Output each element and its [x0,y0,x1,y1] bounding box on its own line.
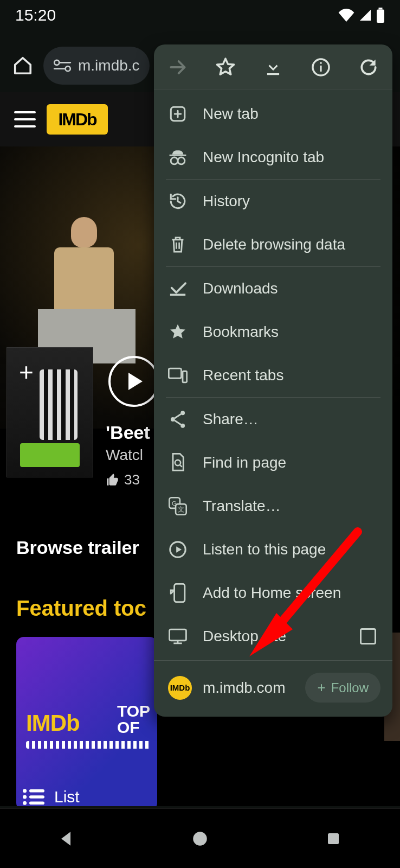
menu-item-label: Add to Home screen [203,584,378,602]
svg-rect-7 [29,789,44,793]
hero-like-count: 33 [124,471,140,488]
card-stripes [26,741,151,749]
svg-point-18 [178,157,185,164]
svg-rect-11 [29,801,44,805]
wifi-icon [338,9,354,22]
card-imdb-word: IMDb [26,710,80,736]
menu-history[interactable]: History [154,180,392,223]
list-chip-label: List [54,788,80,806]
menu-item-label: Delete browsing data [203,236,378,253]
add-to-home-icon [168,583,188,603]
svg-rect-21 [183,371,187,382]
play-circle-icon [168,540,188,559]
browser-home-button[interactable] [8,50,38,81]
menu-forward-button[interactable] [166,56,189,79]
status-bar: 15:20 [0,0,400,30]
imdb-logo[interactable]: IMDb [47,104,108,135]
menu-page-info-button[interactable] [309,56,332,79]
menu-download-button[interactable] [262,56,285,79]
hamburger-menu-button[interactable] [14,111,36,127]
downloads-check-icon [168,279,188,298]
menu-item-label: Desktop site [203,628,345,645]
menu-downloads[interactable]: Downloads [154,267,392,310]
menu-bookmark-button[interactable] [214,56,237,79]
menu-item-label: Translate… [203,497,378,515]
desktop-icon [168,627,188,646]
svg-point-2 [54,60,59,65]
url-bar[interactable]: m.imdb.c [43,47,150,85]
svg-rect-13 [320,65,321,71]
svg-text:G: G [172,500,177,507]
translate-icon: G文 [168,496,188,516]
svg-point-4 [66,66,70,71]
hero-like-row[interactable]: 33 [106,471,150,488]
menu-item-label: Share… [203,411,378,428]
recent-tabs-icon [168,366,188,385]
menu-find-in-page[interactable]: Find in page [154,441,392,484]
hero-subtitle: Watcl [106,446,150,464]
menu-item-label: Find in page [203,454,378,471]
poster-thumbnail[interactable]: + [7,347,93,477]
menu-reload-button[interactable] [357,56,380,79]
menu-delete-browsing-data[interactable]: Delete browsing data [154,223,392,266]
follow-label: Follow [331,680,369,695]
site-settings-icon [53,59,72,73]
menu-new-incognito-tab[interactable]: New Incognito tab [154,136,392,179]
menu-bookmarks[interactable]: Bookmarks [154,310,392,354]
svg-rect-32 [175,584,185,602]
menu-listen-to-page[interactable]: Listen to this page [154,528,392,571]
desktop-site-checkbox[interactable] [360,628,376,644]
nav-back-button[interactable] [55,827,78,850]
svg-point-8 [23,795,27,799]
svg-rect-9 [29,795,44,799]
menu-top-row [154,44,392,90]
history-icon [168,192,188,211]
find-in-page-icon [168,453,188,473]
status-right [338,8,385,23]
follow-button[interactable]: + Follow [305,673,380,703]
hero-title: 'Beet [106,422,150,443]
svg-point-38 [193,832,207,846]
menu-item-label: Listen to this page [203,541,378,558]
menu-desktop-site[interactable]: Desktop site [154,615,392,658]
featured-card[interactable]: IMDb TOPOF [16,637,157,806]
menu-item-label: Bookmarks [203,323,378,341]
svg-point-6 [23,789,27,793]
list-chip[interactable]: List [22,788,80,806]
poster-tag [20,443,80,467]
menu-item-label: History [203,193,378,210]
hero-meta: 'Beet Watcl 33 [106,422,150,488]
menu-item-label: Recent tabs [203,367,378,384]
menu-add-to-home-screen[interactable]: Add to Home screen [154,571,392,615]
menu-share[interactable]: Share… [154,398,392,441]
svg-point-17 [171,157,178,164]
play-button[interactable] [108,356,159,407]
add-to-watchlist-plus-icon[interactable]: + [19,358,34,387]
incognito-icon [168,148,188,167]
list-icon [22,788,44,806]
menu-item-label: New tab [203,105,378,123]
menu-recent-tabs[interactable]: Recent tabs [154,354,392,397]
menu-item-label: New Incognito tab [203,149,378,166]
svg-point-25 [175,460,180,465]
browser-overflow-menu: New tab New Incognito tab History [154,44,392,717]
status-time: 15:20 [15,6,56,24]
nav-home-button[interactable] [189,827,211,850]
thumbs-up-icon [106,473,120,487]
menu-new-tab[interactable]: New tab [154,92,392,136]
svg-rect-20 [169,368,181,378]
svg-rect-1 [379,8,383,10]
svg-point-10 [23,801,27,805]
svg-rect-39 [328,833,339,844]
share-icon [168,410,188,429]
svg-line-26 [180,465,182,467]
url-text: m.imdb.c [78,57,140,74]
svg-text:文: 文 [178,506,184,513]
cellular-icon [359,9,372,22]
svg-rect-33 [170,629,186,641]
svg-rect-16 [170,155,186,156]
new-tab-icon [168,104,188,124]
menu-translate[interactable]: G文 Translate… [154,484,392,528]
nav-recents-button[interactable] [322,827,345,850]
menu-item-label: Downloads [203,280,378,297]
